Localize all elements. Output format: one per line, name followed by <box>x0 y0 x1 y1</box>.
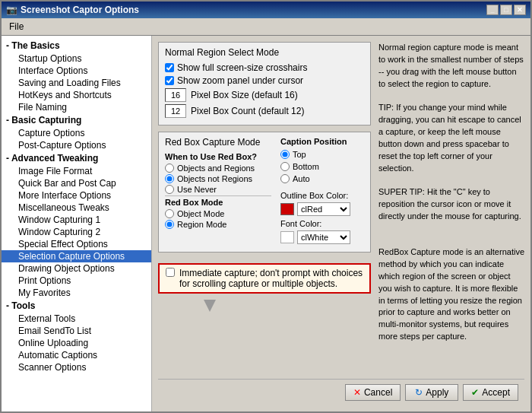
sidebar-item-filenaming[interactable]: File Naming <box>2 101 151 113</box>
checkbox-zoom-label: Show zoom panel under cursor <box>177 75 303 86</box>
redbox-middle-col: Caption Position Top Bottom <box>280 137 364 247</box>
immediate-text: Immediate capture; don't prompt with cho… <box>179 268 363 289</box>
radio-use-never[interactable] <box>165 185 174 194</box>
sidebar-root-basics[interactable]: The Basics <box>2 39 151 52</box>
radio-objects-not-row: Objects not Regions <box>165 174 271 183</box>
pixel-box-count-label: Pixel Box Count (default 12) <box>191 106 304 116</box>
tree-section-basics: The Basics Startup Options Interface Opt… <box>2 39 151 113</box>
sidebar-item-external[interactable]: External Tools <box>2 313 151 325</box>
radio-region-mode-label: Region Mode <box>177 220 226 229</box>
pixel-box-size-row: Pixel Box Size (default 16) <box>165 88 364 102</box>
checkbox-zoom[interactable] <box>165 76 174 85</box>
tip-intro: Normal region capture mode is meant to w… <box>378 42 524 91</box>
pixel-box-size-label: Pixel Box Size (default 16) <box>191 90 298 100</box>
minimize-button[interactable]: _ <box>486 5 499 15</box>
sidebar-item-post-capture[interactable]: Post-Capture Options <box>2 139 151 151</box>
left-column: Normal Region Select Mode Show full scre… <box>158 42 371 379</box>
radio-top-row: Top <box>280 150 364 159</box>
window-controls[interactable]: _ □ ✕ <box>486 5 526 15</box>
menu-file[interactable]: File <box>5 20 28 33</box>
tip-1: TIP: If you change your mind while dragg… <box>378 102 524 175</box>
radio-object-mode-label: Object Mode <box>177 209 224 218</box>
font-color-swatch <box>280 231 294 243</box>
redbox-section: Red Box Capture Mode When to Use Red Box… <box>158 132 371 253</box>
sidebar-root-capturing[interactable]: Basic Capturing <box>2 113 151 127</box>
sidebar-item-captions[interactable]: Automatic Captions <box>2 349 151 361</box>
window-title: Screenshot Captor Options <box>21 5 139 15</box>
sidebar-root-advanced[interactable]: Advanced Tweaking <box>2 151 151 165</box>
radio-caption-bottom[interactable] <box>280 162 290 171</box>
pixel-box-size-input[interactable] <box>165 88 186 102</box>
pixel-box-count-row: Pixel Box Count (default 12) <box>165 104 364 118</box>
radio-object-mode[interactable] <box>165 209 174 218</box>
sidebar-item-quickbar[interactable]: Quick Bar and Post Cap <box>2 177 151 189</box>
radio-use-never-label: Use Never <box>177 185 217 194</box>
sidebar-item-upload[interactable]: Online Uploading <box>2 337 151 349</box>
redbox-side-tip: RedBox Capture mode is an alternative me… <box>378 246 524 344</box>
caption-position-section: Caption Position Top Bottom <box>280 137 364 185</box>
sidebar: The Basics Startup Options Interface Opt… <box>2 36 152 411</box>
radio-caption-bottom-label: Bottom <box>293 162 319 171</box>
radio-caption-auto[interactable] <box>280 174 290 183</box>
radio-region-mode-row: Region Mode <box>165 220 271 229</box>
apply-button[interactable]: ↻ Apply <box>405 384 458 401</box>
checkbox-crosshairs-row: Show full screen-size crosshairs <box>165 62 364 73</box>
redbox-title: Red Box Capture Mode <box>165 137 271 148</box>
content-area: The Basics Startup Options Interface Opt… <box>2 36 530 411</box>
caption-pos-title: Caption Position <box>280 137 364 146</box>
font-color-row: clWhite <box>280 230 364 244</box>
tree-section-tools: Tools External Tools Email SendTo List O… <box>2 299 151 373</box>
redbox-left-col: Red Box Capture Mode When to Use Red Box… <box>165 137 271 247</box>
sidebar-item-drawing[interactable]: Drawing Object Options <box>2 262 151 275</box>
sidebar-item-wincap1[interactable]: Window Capturing 1 <box>2 214 151 226</box>
radio-caption-auto-label: Auto <box>293 174 310 183</box>
redbox-mode-title: Red Box Mode <box>165 198 271 207</box>
close-button[interactable]: ✕ <box>514 5 526 15</box>
cancel-label: Cancel <box>364 387 392 398</box>
immediate-container: Immediate capture; don't prompt with cho… <box>158 259 371 294</box>
window-icon: 📷 <box>6 5 17 15</box>
tree-section-advanced: Advanced Tweaking Image File Format Quic… <box>2 151 151 299</box>
cancel-button[interactable]: ✕ Cancel <box>345 384 401 401</box>
radio-object-mode-row: Object Mode <box>165 209 271 218</box>
sidebar-item-email[interactable]: Email SendTo List <box>2 325 151 337</box>
sidebar-item-saving[interactable]: Saving and Loading Files <box>2 77 151 89</box>
main-panel: Normal Region Select Mode Show full scre… <box>152 36 530 411</box>
radio-objects-regions[interactable] <box>165 164 174 173</box>
sidebar-item-startup[interactable]: Startup Options <box>2 52 151 65</box>
outline-color-row: clRed <box>280 202 364 216</box>
normal-region-section: Normal Region Select Mode Show full scre… <box>158 42 371 125</box>
sidebar-item-wincap2[interactable]: Window Capturing 2 <box>2 226 151 238</box>
sidebar-item-capture-options[interactable]: Capture Options <box>2 127 151 139</box>
sidebar-item-interface[interactable]: Interface Options <box>2 65 151 77</box>
radio-region-mode[interactable] <box>165 220 174 229</box>
checkbox-crosshairs[interactable] <box>165 63 174 72</box>
accept-button[interactable]: ✔ Accept <box>463 384 518 401</box>
sidebar-item-scanner[interactable]: Scanner Options <box>2 361 151 373</box>
sidebar-item-specialfx[interactable]: Special Effect Options <box>2 238 151 250</box>
radio-caption-top[interactable] <box>280 150 290 159</box>
outline-color-select[interactable]: clRed <box>297 202 350 216</box>
when-to-use-title: When to Use Red Box? <box>165 152 271 161</box>
radio-objects-regions-row: Objects and Regions <box>165 164 271 173</box>
font-color-select[interactable]: clWhite <box>297 230 350 244</box>
apply-label: Apply <box>426 387 448 398</box>
cancel-icon: ✕ <box>353 387 361 398</box>
sidebar-item-imageformat[interactable]: Image File Format <box>2 165 151 177</box>
arrow-indicator <box>204 300 216 312</box>
immediate-checkbox[interactable] <box>166 268 175 277</box>
sidebar-item-hotkeys[interactable]: HotKeys and Shortcuts <box>2 89 151 101</box>
panel-section: Normal Region Select Mode Show full scre… <box>158 42 524 379</box>
radio-objects-regions-label: Objects and Regions <box>177 164 255 173</box>
outline-color-group: Outline Box Color: clRed Font Color: <box>280 191 364 244</box>
sidebar-item-misctweaks[interactable]: Miscellaneous Tweaks <box>2 202 151 214</box>
radio-objects-not-label: Objects not Regions <box>177 174 252 183</box>
sidebar-item-selection[interactable]: Selection Capture Options <box>2 250 151 262</box>
sidebar-item-print[interactable]: Print Options <box>2 275 151 287</box>
sidebar-root-tools[interactable]: Tools <box>2 299 151 313</box>
sidebar-item-moreinterface[interactable]: More Interface Options <box>2 189 151 202</box>
sidebar-item-favorites[interactable]: My Favorites <box>2 287 151 299</box>
radio-objects-not[interactable] <box>165 174 174 183</box>
pixel-box-count-input[interactable] <box>165 104 186 118</box>
maximize-button[interactable]: □ <box>500 5 512 15</box>
